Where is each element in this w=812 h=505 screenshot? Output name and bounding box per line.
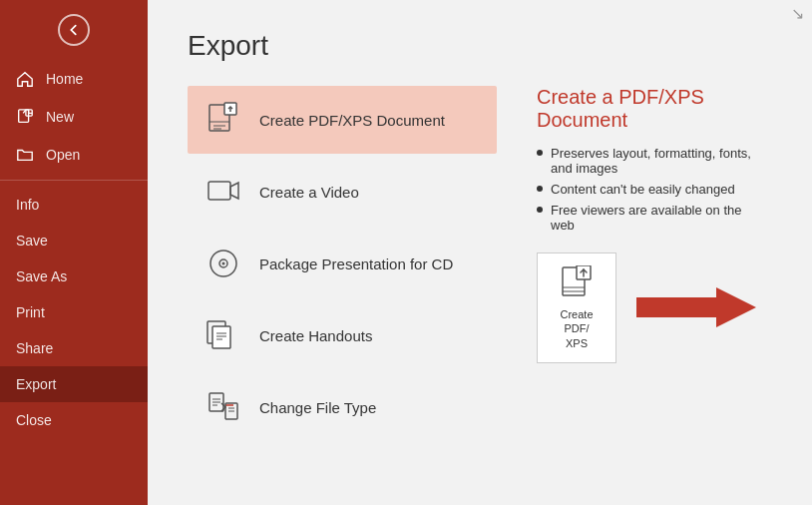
sidebar-item-save-as[interactable]: Save As [0, 258, 148, 294]
create-pdf-button[interactable]: Create PDF/XPS [537, 252, 616, 363]
back-icon [58, 14, 90, 46]
bullet-text-1: Preserves layout, formatting, fonts, and… [551, 146, 762, 176]
sidebar-item-new[interactable]: New [0, 98, 148, 136]
pdf-option-icon [203, 100, 243, 140]
sidebar-nav: Home New Open Info Save [0, 60, 148, 438]
sidebar-item-print[interactable]: Print [0, 294, 148, 330]
export-option-pdf-label: Create PDF/XPS Document [259, 112, 445, 129]
sidebar-label-home: Home [46, 71, 83, 87]
new-icon [16, 108, 34, 126]
handouts-option-icon [203, 315, 243, 355]
page-title: Export [188, 30, 772, 62]
description-title: Create a PDF/XPS Document [537, 86, 762, 132]
sidebar-item-home[interactable]: Home [0, 60, 148, 98]
svg-marker-14 [636, 287, 756, 327]
pdf-button-icon [561, 265, 593, 301]
bullet-item-3: Free viewers are available on the web [537, 203, 762, 233]
sidebar-label-save-as: Save As [16, 268, 67, 284]
sidebar-item-open[interactable]: Open [0, 136, 148, 174]
svg-point-7 [222, 262, 225, 265]
sidebar-label-open: Open [46, 147, 80, 163]
sidebar-label-print: Print [16, 304, 45, 320]
bullet-dot-3 [537, 207, 543, 213]
sidebar-label-export: Export [16, 376, 56, 392]
export-description: Create a PDF/XPS Document Preserves layo… [527, 86, 772, 475]
pdf-button-label: Create PDF/XPS [554, 307, 600, 350]
back-button[interactable] [0, 0, 148, 60]
export-option-filetype-label: Change File Type [259, 399, 376, 416]
pdf-button-area: Create PDF/XPS [537, 252, 762, 363]
sidebar-item-share[interactable]: Share [0, 330, 148, 366]
sidebar-label-close: Close [16, 412, 52, 428]
bullet-dot-1 [537, 150, 543, 156]
resize-handle: ↘ [791, 4, 804, 23]
bullet-item-1: Preserves layout, formatting, fonts, and… [537, 146, 762, 176]
svg-rect-4 [208, 182, 230, 200]
export-option-cd-label: Package Presentation for CD [259, 255, 453, 272]
export-options-list: Create PDF/XPS Document Create a Video [188, 86, 497, 475]
export-option-filetype[interactable]: Change File Type [188, 373, 497, 441]
export-option-handouts[interactable]: Create Handouts [188, 301, 497, 369]
bullet-text-3: Free viewers are available on the web [551, 203, 762, 233]
video-option-icon [203, 172, 243, 212]
sidebar-label-new: New [46, 109, 74, 125]
svg-rect-9 [212, 326, 230, 348]
main-content: ↘ Export [148, 0, 812, 505]
bullet-dot-2 [537, 186, 543, 192]
export-option-video-label: Create a Video [259, 184, 359, 201]
main-area: ↘ Export [148, 0, 812, 505]
export-option-cd[interactable]: Package Presentation for CD [188, 230, 497, 297]
sidebar-label-info: Info [16, 197, 39, 213]
big-arrow [636, 282, 756, 332]
sidebar-item-export[interactable]: Export [0, 366, 148, 402]
bullet-text-2: Content can't be easily changed [551, 182, 735, 197]
filetype-option-icon [203, 387, 243, 427]
export-option-pdf[interactable]: Create PDF/XPS Document [188, 86, 497, 154]
export-option-handouts-label: Create Handouts [259, 327, 372, 344]
sidebar-item-close[interactable]: Close [0, 402, 148, 438]
sidebar: Home New Open Info Save [0, 0, 148, 505]
open-icon [16, 146, 34, 164]
content-area: Create PDF/XPS Document Create a Video [188, 86, 772, 475]
home-icon [16, 70, 34, 88]
bullet-item-2: Content can't be easily changed [537, 182, 762, 197]
sidebar-label-save: Save [16, 233, 48, 249]
sidebar-label-share: Share [16, 340, 53, 356]
sidebar-item-save[interactable]: Save [0, 223, 148, 258]
sidebar-item-info[interactable]: Info [0, 187, 148, 223]
cd-option-icon [203, 244, 243, 283]
description-bullets: Preserves layout, formatting, fonts, and… [537, 146, 762, 233]
export-option-video[interactable]: Create a Video [188, 158, 497, 226]
sidebar-divider [0, 180, 148, 181]
